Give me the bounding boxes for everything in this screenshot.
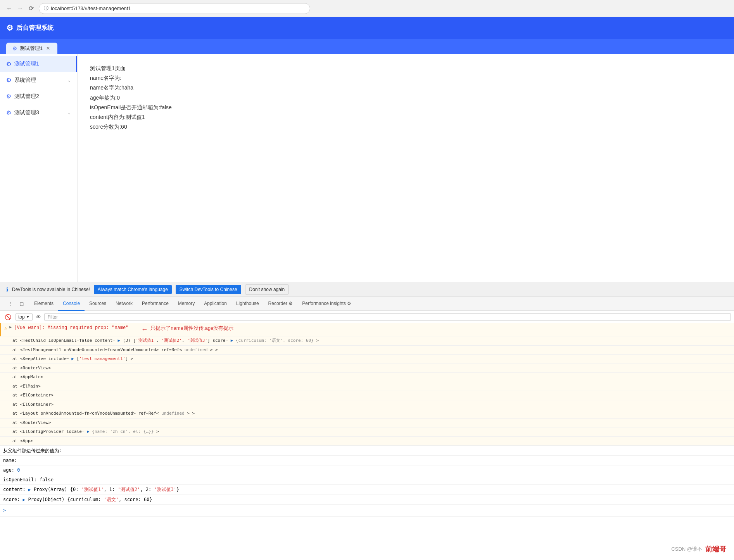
csdn-text: CSDN @谁不 — [671, 546, 702, 553]
top-dropdown-icon: ▼ — [26, 315, 30, 319]
content-line-6: content内容为:测试值1 — [90, 112, 722, 122]
warn-stack-line-8: at <ElContainer> — [0, 400, 734, 410]
sidebar: ⚙ 测试管理1 ⚙ 系统管理 ⌄ ⚙ 测试管理2 ⚙ 测试管理3 ⌄ — [0, 54, 78, 282]
sidebar-gear-icon-3: ⚙ — [6, 93, 11, 100]
sidebar-gear-icon-2: ⚙ — [6, 77, 11, 84]
tab-icon: ⚙ — [12, 45, 17, 52]
top-selector[interactable]: top ▼ — [16, 313, 33, 321]
lock-icon: ⓘ — [44, 5, 48, 12]
devtools-icons-left: ⋮ □ — [3, 299, 29, 308]
warn-main-line: ⚠ ▶ [Vue warn]: Missing required prop: "… — [0, 323, 734, 336]
tab-performance-insights[interactable]: Performance insights ⚙ — [297, 297, 356, 311]
reload-button[interactable]: ⟳ — [26, 4, 36, 13]
warn-stack-line-1: at <TestChild isOpenEmail=false content=… — [0, 336, 734, 346]
arrow-icon: ← — [143, 326, 147, 333]
tab-test-management1[interactable]: ⚙ 测试管理1 ✕ — [6, 43, 57, 54]
logo-gear-icon: ⚙ — [6, 23, 13, 33]
csdn-brand: 前端哥 — [705, 544, 726, 554]
app-logo: ⚙ 后台管理系统 — [6, 23, 84, 33]
tab-lighthouse[interactable]: Lighthouse — [231, 297, 264, 311]
tab-recorder[interactable]: Recorder ⚙ — [264, 297, 298, 311]
prompt-symbol: > — [3, 507, 6, 514]
console-output: ⚠ ▶ [Vue warn]: Missing required prop: "… — [0, 323, 734, 560]
warn-stack-line-2: at <TestManagement1 onVnodeUnmounted=fn<… — [0, 346, 734, 355]
warn-stack-line-7: at <ElContainer> — [0, 391, 734, 400]
warn-stack-line-3: at <KeepAlive include= ▶ ['test-manageme… — [0, 355, 734, 364]
main-area: ⚙ 测试管理1 ⚙ 系统管理 ⌄ ⚙ 测试管理2 ⚙ 测试管理3 ⌄ 测试管理1… — [0, 54, 734, 282]
filter-input[interactable] — [44, 313, 731, 321]
app-header: ⚙ 后台管理系统 — [0, 17, 734, 39]
warn-stack-line-12: at <App> — [0, 437, 734, 446]
devtools-panel: ⋮ □ Elements Console Sources Network Per… — [0, 296, 734, 560]
tab-close-button[interactable]: ✕ — [45, 45, 51, 52]
nav-buttons: ← → ⟳ — [5, 4, 36, 13]
top-label: top — [18, 314, 25, 320]
info-icon: ℹ — [6, 286, 8, 293]
devtools-inspect-button[interactable]: □ — [17, 299, 26, 308]
tab-label: 测试管理1 — [20, 45, 43, 52]
chevron-down-icon-1: ⌄ — [67, 78, 71, 83]
sidebar-label-4: 测试管理3 — [14, 109, 39, 116]
content-area: 测试管理1页面 name名字为: name名字为:haha age年龄为:0 i… — [78, 54, 734, 282]
warn-icon: ⚠ — [4, 325, 7, 332]
tab-application[interactable]: Application — [199, 297, 231, 311]
warn-stack-line-5: at <AppMain> — [0, 373, 734, 382]
tab-sources[interactable]: Sources — [85, 297, 111, 311]
tab-memory[interactable]: Memory — [173, 297, 199, 311]
toggle-arrow-warn[interactable]: ▶ — [9, 324, 12, 330]
tab-network[interactable]: Network — [111, 297, 137, 311]
back-button[interactable]: ← — [5, 4, 14, 13]
devtools-notify-bar: ℹ DevTools is now available in Chinese! … — [0, 282, 734, 296]
warn-annotation-text: 只提示了name属性没传,age没有提示 — [150, 324, 233, 332]
tab-console[interactable]: Console — [58, 297, 85, 311]
sidebar-gear-icon-4: ⚙ — [6, 109, 11, 116]
warn-stack-line-6: at <ElMain> — [0, 382, 734, 391]
info-line-6: score: ▶ Proxy(Object) {curriculum: '语文'… — [0, 495, 734, 505]
devtools-panel-toggle-button[interactable]: ⋮ — [6, 299, 16, 308]
clear-console-button[interactable]: 🚫 — [3, 312, 12, 322]
browser-chrome: ← → ⟳ ⓘ localhost:5173/#/test-management… — [0, 0, 734, 17]
console-toolbar: 🚫 top ▼ 👁 — [0, 311, 734, 323]
age-value: 0 — [17, 467, 20, 473]
chevron-down-icon-2: ⌄ — [67, 110, 71, 115]
content-line-7: score分数为:60 — [90, 122, 722, 132]
tab-performance[interactable]: Performance — [137, 297, 173, 311]
app-title: 后台管理系统 — [16, 24, 54, 32]
eye-icon[interactable]: 👁 — [36, 314, 41, 320]
tab-bar: ⚙ 测试管理1 ✕ — [0, 39, 734, 54]
switch-devtools-chinese-button[interactable]: Switch DevTools to Chinese — [176, 285, 241, 294]
devtools-tab-bar: ⋮ □ Elements Console Sources Network Per… — [0, 297, 734, 311]
info-line-1: 从父组件那边传过来的值为: — [0, 446, 734, 456]
dont-show-again-button[interactable]: Don't show again — [245, 284, 289, 295]
content-line-3: name名字为:haha — [90, 83, 722, 93]
always-match-language-button[interactable]: Always match Chrome's language — [94, 285, 172, 294]
console-prompt[interactable]: > — [0, 505, 734, 517]
url-text: localhost:5173/#/test-management1 — [51, 5, 131, 11]
sidebar-item-test-mgmt1[interactable]: ⚙ 测试管理1 — [0, 56, 77, 72]
forward-button[interactable]: → — [16, 4, 25, 13]
warn-text: [Vue warn]: Missing required prop: "name… — [14, 324, 128, 331]
sidebar-item-test-mgmt2[interactable]: ⚙ 测试管理2 — [0, 88, 77, 105]
warn-block: ⚠ ▶ [Vue warn]: Missing required prop: "… — [0, 323, 734, 446]
address-bar[interactable]: ⓘ localhost:5173/#/test-management1 — [39, 3, 310, 14]
sidebar-gear-icon-1: ⚙ — [6, 60, 11, 67]
warn-stack-line-9: at <Layout onVnodeUnmounted=fn<onVnodeUn… — [0, 409, 734, 419]
tab-elements[interactable]: Elements — [29, 297, 58, 311]
info-line-5: content: ▶ Proxy(Array) {0: '测试值1', 1: '… — [0, 485, 734, 495]
sidebar-label-3: 测试管理2 — [14, 93, 39, 100]
warn-stack-line-11: at <ElConfigProvider locale= ▶ {name: 'z… — [0, 427, 734, 437]
content-text: 测试管理1页面 name名字为: name名字为:haha age年龄为:0 i… — [90, 64, 722, 132]
info-line-2: name: — [0, 456, 734, 465]
content-line-5: isOpenEmail是否开通邮箱为:false — [90, 103, 722, 112]
info-line-3: age: 0 — [0, 465, 734, 475]
content-line-2: name名字为: — [90, 73, 722, 83]
sidebar-item-test-mgmt3[interactable]: ⚙ 测试管理3 ⌄ — [0, 105, 77, 121]
content-line-1: 测试管理1页面 — [90, 64, 722, 73]
devtools-notify-text: DevTools is now available in Chinese! — [12, 287, 90, 292]
red-arrow-annotation: ← — [143, 324, 147, 335]
sidebar-label-2: 系统管理 — [14, 77, 36, 84]
warn-stack-line-4: at <RouterView> — [0, 364, 734, 373]
csdn-watermark: CSDN @谁不 前端哥 — [671, 544, 726, 554]
sidebar-item-sys-mgmt[interactable]: ⚙ 系统管理 ⌄ — [0, 72, 77, 88]
info-line-4: isOpenEmail: false — [0, 475, 734, 485]
